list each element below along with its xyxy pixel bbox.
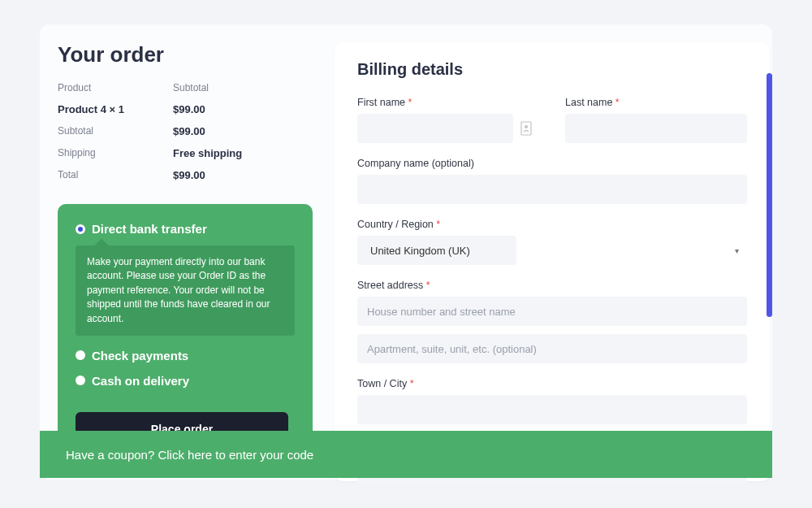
radio-icon bbox=[76, 224, 85, 234]
radio-icon bbox=[76, 350, 85, 360]
street-label: Street address * bbox=[357, 280, 747, 291]
header-subtotal: Subtotal bbox=[173, 82, 209, 93]
coupon-banner[interactable]: Have a coupon? Click here to enter your … bbox=[40, 431, 772, 478]
scrollbar[interactable] bbox=[767, 73, 772, 317]
first-name-group: First name * bbox=[357, 97, 539, 143]
checkout-card: Your order Product Subtotal Product 4 × … bbox=[40, 24, 772, 480]
payment-description: Make your payment directly into our bank… bbox=[76, 245, 295, 336]
header-product: Product bbox=[58, 82, 173, 93]
city-label: Town / City * bbox=[357, 378, 747, 389]
order-header-row: Product Subtotal bbox=[58, 77, 334, 98]
shipping-label: Shipping bbox=[58, 147, 173, 159]
country-label: Country / Region * bbox=[357, 219, 747, 230]
payment-option-label: Check payments bbox=[92, 349, 188, 363]
total-value: $99.00 bbox=[173, 169, 205, 181]
required-asterisk: * bbox=[615, 97, 620, 108]
country-select[interactable] bbox=[357, 236, 516, 265]
required-asterisk: * bbox=[436, 219, 440, 230]
street-input-2[interactable] bbox=[357, 334, 747, 363]
city-group: Town / City * bbox=[357, 378, 747, 424]
billing-form-column: Billing details First name * Last name * bbox=[335, 42, 770, 481]
chevron-down-icon: ▾ bbox=[735, 246, 739, 255]
last-name-group: Last name * bbox=[565, 97, 747, 143]
country-group: Country / Region * ▾ bbox=[357, 219, 747, 265]
coupon-text: Have a coupon? Click here to enter your … bbox=[66, 448, 313, 462]
city-input[interactable] bbox=[357, 395, 747, 424]
order-total-row: Total $99.00 bbox=[58, 164, 334, 186]
label-text: Street address bbox=[357, 280, 423, 291]
company-group: Company name (optional) bbox=[357, 158, 747, 204]
order-summary-column: Your order Product Subtotal Product 4 × … bbox=[58, 42, 334, 467]
first-name-label: First name * bbox=[357, 97, 539, 108]
company-label: Company name (optional) bbox=[357, 158, 747, 169]
order-subtotal-row: Subtotal $99.00 bbox=[58, 120, 334, 142]
required-asterisk: * bbox=[408, 97, 412, 108]
required-asterisk: * bbox=[426, 280, 430, 291]
product-price: $99.00 bbox=[173, 103, 205, 115]
order-title: Your order bbox=[58, 42, 334, 67]
order-shipping-row: Shipping Free shipping bbox=[58, 142, 334, 164]
company-input[interactable] bbox=[357, 175, 747, 204]
label-text: Town / City bbox=[357, 378, 407, 389]
last-name-input[interactable] bbox=[565, 114, 747, 143]
contacts-icon bbox=[520, 120, 533, 137]
label-text: First name bbox=[357, 97, 405, 108]
required-asterisk: * bbox=[410, 378, 414, 389]
billing-title: Billing details bbox=[357, 60, 747, 79]
street2-group bbox=[357, 334, 747, 363]
order-product-row: Product 4 × 1 $99.00 bbox=[58, 98, 334, 120]
subtotal-label: Subtotal bbox=[58, 125, 173, 137]
order-table: Product Subtotal Product 4 × 1 $99.00 Su… bbox=[58, 77, 334, 186]
street-group: Street address * bbox=[357, 280, 747, 326]
subtotal-value: $99.00 bbox=[173, 125, 205, 137]
radio-icon bbox=[76, 376, 85, 385]
street-input-1[interactable] bbox=[357, 297, 747, 326]
label-text: Last name bbox=[565, 97, 612, 108]
label-text: Country / Region bbox=[357, 219, 434, 230]
shipping-value: Free shipping bbox=[173, 147, 242, 159]
payment-option-label: Cash on delivery bbox=[92, 374, 189, 388]
total-label: Total bbox=[58, 169, 173, 181]
payment-option-bank[interactable]: Direct bank transfer bbox=[76, 222, 295, 236]
payment-methods-box: Direct bank transfer Make your payment d… bbox=[58, 204, 313, 467]
last-name-label: Last name * bbox=[565, 97, 747, 108]
first-name-input[interactable] bbox=[357, 114, 513, 143]
payment-option-cod[interactable]: Cash on delivery bbox=[76, 374, 295, 388]
svg-point-1 bbox=[525, 125, 528, 128]
product-name: Product 4 × 1 bbox=[58, 103, 173, 115]
payment-option-label: Direct bank transfer bbox=[92, 222, 207, 236]
svg-rect-0 bbox=[521, 122, 531, 135]
payment-option-check[interactable]: Check payments bbox=[76, 349, 295, 363]
